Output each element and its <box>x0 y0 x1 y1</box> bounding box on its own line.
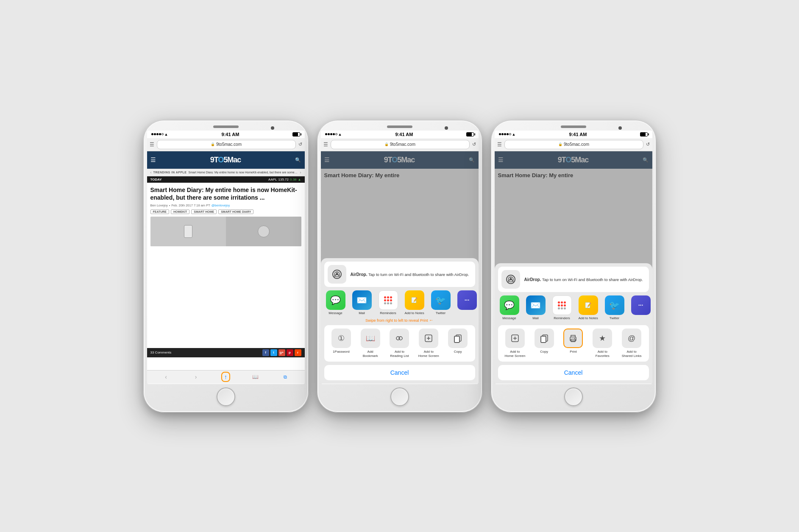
cancel-btn-2[interactable]: Cancel <box>324 365 475 380</box>
wifi-icon-2: ▲ <box>338 132 342 136</box>
phone-bottom-1 <box>144 384 308 412</box>
screen-1: ▲ 9:41 AM ☰ 🔒 9to5mac.com ↺ <box>147 131 305 384</box>
app-icons-row-2: 💬 Message ✉️ Mail <box>321 287 479 317</box>
url-bar-1[interactable]: 🔒 9to5mac.com <box>157 140 296 149</box>
app-mail-2[interactable]: ✉️ Mail <box>351 290 373 315</box>
pinterest-btn-1[interactable]: p <box>287 349 293 356</box>
app-message-2[interactable]: 💬 Message <box>324 290 347 315</box>
action-print-3[interactable]: Print <box>560 329 587 358</box>
url-text-1: 9to5mac.com <box>216 142 242 147</box>
app-more-3[interactable]: ··· <box>629 295 652 320</box>
app-notes-3[interactable]: 📝 Add to Notes <box>577 295 600 320</box>
phones-container: ▲ 9:41 AM ☰ 🔒 9to5mac.com ↺ <box>131 107 669 425</box>
app-twitter-3[interactable]: 🐦 Twitter <box>603 295 626 320</box>
forward-btn-1[interactable]: › <box>189 371 203 383</box>
site-bg-3: ☰ 9TO5Mac 🔍 Smart Home Diary: My entire <box>495 151 652 384</box>
url-bar-2[interactable]: 🔒 9to5mac.com <box>331 140 470 149</box>
app-reminders-2[interactable]: Reminders <box>377 290 400 315</box>
refresh-btn-2[interactable]: ↺ <box>472 142 476 147</box>
nav-icon-1[interactable]: ☰ <box>150 156 156 163</box>
share-btn-1[interactable]: ↑ <box>219 371 232 383</box>
action-homescreen-3[interactable]: Add toHome Screen <box>501 329 529 358</box>
action-homescreen-2[interactable]: Add toHome Screen <box>415 329 443 358</box>
phone-top-1 <box>144 120 308 131</box>
signal-dots-1 <box>151 133 164 135</box>
status-right-1 <box>292 132 300 136</box>
app-notes-2[interactable]: 📝 Add to Notes <box>403 290 426 315</box>
share-sheet-3: AirDrop. Tap to turn on Wi-Fi and Blueto… <box>495 151 652 384</box>
action-bookmark-2[interactable]: 📖 AddBookmark <box>356 329 384 358</box>
article-meta-1: Ben Lovejoy • Feb. 20th 2017 7:18 am PT … <box>150 203 301 207</box>
safari-toolbar-1: ‹ › ↑ 📖 ⧉ <box>147 370 305 384</box>
back-btn-1[interactable]: ‹ <box>159 371 173 383</box>
svg-point-4 <box>399 337 402 340</box>
app-more-2[interactable]: ··· <box>456 290 479 315</box>
gplus-btn-1[interactable]: g+ <box>278 349 285 356</box>
airdrop-icon-2 <box>328 265 346 284</box>
action-sharedlinks-3[interactable]: @ Add toShared Links <box>618 329 646 358</box>
wifi-icon-1: ▲ <box>164 132 168 136</box>
search-icon-1[interactable]: 🔍 <box>295 157 301 163</box>
browser-chrome-3: ☰ 🔒 9to5mac.com ↺ <box>495 138 652 151</box>
site-content-1: ☰ 9TO5Mac 🔍 ‹ TRENDING IN APPLE Smart Ho… <box>147 151 305 370</box>
status-bar-3: ▲ 9:41 AM <box>495 131 652 138</box>
trending-bar-1: ‹ TRENDING IN APPLE Smart Home Diary: My… <box>147 169 305 176</box>
tabs-btn-1[interactable]: ⧉ <box>278 371 292 383</box>
app-icons-row-3: 💬 Message ✉️ Mail <box>495 292 652 322</box>
svg-rect-18 <box>541 336 546 343</box>
reddit-btn-1[interactable]: r <box>295 349 301 356</box>
action-favorites-3[interactable]: ★ Add toFavorites <box>589 329 616 358</box>
menu-icon-2[interactable]: ☰ <box>323 142 328 148</box>
app-reminders-3[interactable]: Reminders <box>551 295 573 320</box>
action-reading-2[interactable]: Add toReading List <box>386 329 413 358</box>
home-button-2[interactable] <box>390 387 409 406</box>
airdrop-row-3[interactable]: AirDrop. Tap to turn on Wi-Fi and Blueto… <box>498 267 649 292</box>
browser-chrome-2: ☰ 🔒 9to5mac.com ↺ <box>321 138 479 151</box>
status-bar-1: ▲ 9:41 AM <box>147 131 305 138</box>
home-button-1[interactable] <box>217 387 235 406</box>
menu-icon-1[interactable]: ☰ <box>150 142 154 148</box>
status-bar-2: ▲ 9:41 AM <box>321 131 479 138</box>
app-twitter-2[interactable]: 🐦 Twitter <box>429 290 452 315</box>
refresh-btn-1[interactable]: ↺ <box>298 142 302 147</box>
app-message-3[interactable]: 💬 Message <box>498 295 521 320</box>
status-left-1: ▲ <box>151 132 168 136</box>
action-copy-3[interactable]: Copy <box>530 329 558 358</box>
phone-3: ▲ 9:41 AM ☰ 🔒 9to5mac.com ↺ <box>491 120 656 412</box>
share-sheet-panel-3: AirDrop. Tap to turn on Wi-Fi and Blueto… <box>495 263 652 383</box>
screen-3: ▲ 9:41 AM ☰ 🔒 9to5mac.com ↺ <box>495 131 652 384</box>
bookmarks-btn-1[interactable]: 📖 <box>249 371 262 383</box>
airdrop-row-2[interactable]: AirDrop. Tap to turn on Wi-Fi and Blueto… <box>324 262 475 287</box>
speaker-3 <box>561 125 586 128</box>
app-mail-3[interactable]: ✉️ Mail <box>524 295 547 320</box>
phone-bottom-3 <box>491 384 656 412</box>
phone-top-3 <box>491 120 656 131</box>
menu-icon-3[interactable]: ☰ <box>497 142 502 148</box>
battery-1 <box>292 132 300 136</box>
twitter-btn-1[interactable]: t <box>270 349 277 356</box>
svg-rect-9 <box>454 336 459 343</box>
home-button-3[interactable] <box>564 387 583 406</box>
share-sheet-2: AirDrop. Tap to turn on Wi-Fi and Blueto… <box>321 151 479 384</box>
url-bar-3[interactable]: 🔒 9to5mac.com <box>504 140 643 149</box>
share-sheet-panel-2: AirDrop. Tap to turn on Wi-Fi and Blueto… <box>321 258 479 383</box>
action-1password-2[interactable]: ① 1Password <box>328 329 355 358</box>
share-icon-1: ↑ <box>221 372 230 382</box>
article-tags-1: FEATURE HOMEKIT SMART HOME SMART HOME DI… <box>150 209 301 214</box>
phone-1: ▲ 9:41 AM ☰ 🔒 9to5mac.com ↺ <box>143 120 309 412</box>
action-copy-2[interactable]: Copy <box>444 329 472 358</box>
svg-rect-21 <box>571 339 575 342</box>
svg-point-22 <box>574 338 575 339</box>
trending-text-1: Smart Home Diary: My entire home is now … <box>189 171 298 174</box>
refresh-btn-3[interactable]: ↺ <box>646 142 650 147</box>
site-header-1: ☰ 9TO5Mac 🔍 <box>147 151 305 169</box>
time-2: 9:41 AM <box>395 132 413 137</box>
time-1: 9:41 AM <box>222 132 239 137</box>
airdrop-icon-3 <box>501 270 520 289</box>
action-row-2: ① 1Password 📖 AddBookmark <box>324 325 475 361</box>
facebook-btn-1[interactable]: f <box>262 349 269 356</box>
phone-top-2 <box>317 120 482 131</box>
article-image-1 <box>150 217 301 246</box>
cancel-btn-3[interactable]: Cancel <box>498 365 649 380</box>
lock-icon-1: 🔒 <box>211 142 215 146</box>
